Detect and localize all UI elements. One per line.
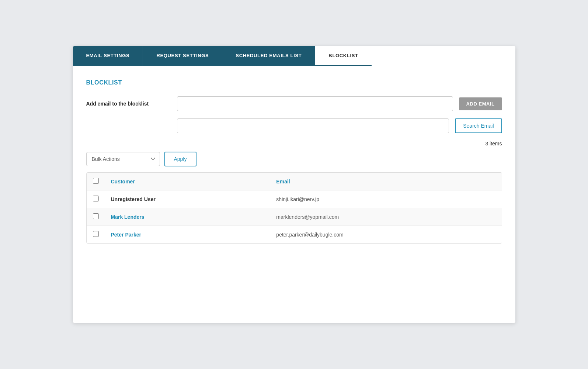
row-email-cell: peter.parker@dailybugle.com <box>270 226 501 244</box>
section-title: BLOCKLIST <box>86 79 502 86</box>
row-checkbox-cell <box>87 190 105 208</box>
row-email-cell: marklenders@yopmail.com <box>270 208 501 226</box>
tab-request-settings[interactable]: REQUEST SETTINGS <box>143 46 222 66</box>
row-checkbox-cell <box>87 208 105 226</box>
add-email-button[interactable]: ADD EMAIL <box>459 97 502 110</box>
row-checkbox[interactable] <box>93 196 99 201</box>
table-header-row: Customer Email <box>87 173 502 190</box>
row-checkbox[interactable] <box>93 231 99 237</box>
table-row: Mark Lenders marklenders@yopmail.com <box>87 208 502 226</box>
row-checkbox[interactable] <box>93 213 99 219</box>
apply-button[interactable]: Apply <box>164 152 196 166</box>
customer-name: Unregistered User <box>111 196 156 202</box>
row-email-cell: shinji.ikari@nerv.jp <box>270 190 501 208</box>
items-count: 3 items <box>86 141 502 146</box>
customer-name: Mark Lenders <box>111 214 145 220</box>
tab-email-settings[interactable]: EMAIL SETTINGS <box>73 46 143 66</box>
search-email-input[interactable] <box>177 118 449 133</box>
table-row: Peter Parker peter.parker@dailybugle.com <box>87 226 502 244</box>
customer-email: peter.parker@dailybugle.com <box>276 232 343 238</box>
blocklist-table-wrapper: Customer Email Unregistered <box>86 172 502 244</box>
row-customer-cell: Mark Lenders <box>105 208 271 226</box>
tab-scheduled-emails[interactable]: SCHEDULED EMAILS LIST <box>222 46 315 66</box>
customer-email: shinji.ikari@nerv.jp <box>276 196 319 202</box>
row-checkbox-cell <box>87 226 105 244</box>
search-email-button[interactable]: Search Email <box>455 118 502 133</box>
search-row: Search Email <box>86 118 502 133</box>
select-all-checkbox[interactable] <box>93 178 99 184</box>
add-email-row: Add email to the blocklist ADD EMAIL <box>86 96 502 111</box>
tab-blocklist[interactable]: BLOCKLIST <box>315 46 371 66</box>
row-customer-cell: Unregistered User <box>105 190 271 208</box>
add-email-label: Add email to the blocklist <box>86 101 171 107</box>
add-email-input[interactable] <box>177 96 453 111</box>
blocklist-table: Customer Email Unregistered <box>87 173 502 243</box>
main-container: EMAIL SETTINGS REQUEST SETTINGS SCHEDULE… <box>73 46 515 323</box>
page-content: BLOCKLIST Add email to the blocklist ADD… <box>73 66 515 257</box>
customer-email: marklenders@yopmail.com <box>276 214 339 220</box>
col-customer: Customer <box>105 173 271 190</box>
col-checkbox <box>87 173 105 190</box>
customer-name: Peter Parker <box>111 232 142 238</box>
bulk-actions-row: Bulk Actions Delete Apply <box>86 152 502 166</box>
col-email: Email <box>270 173 501 190</box>
table-header: Customer Email <box>87 173 502 190</box>
table-body: Unregistered User shinji.ikari@nerv.jp M… <box>87 190 502 244</box>
tabs-nav: EMAIL SETTINGS REQUEST SETTINGS SCHEDULE… <box>73 46 515 66</box>
bulk-actions-dropdown[interactable]: Bulk Actions Delete <box>86 152 160 166</box>
row-customer-cell: Peter Parker <box>105 226 271 244</box>
table-row: Unregistered User shinji.ikari@nerv.jp <box>87 190 502 208</box>
